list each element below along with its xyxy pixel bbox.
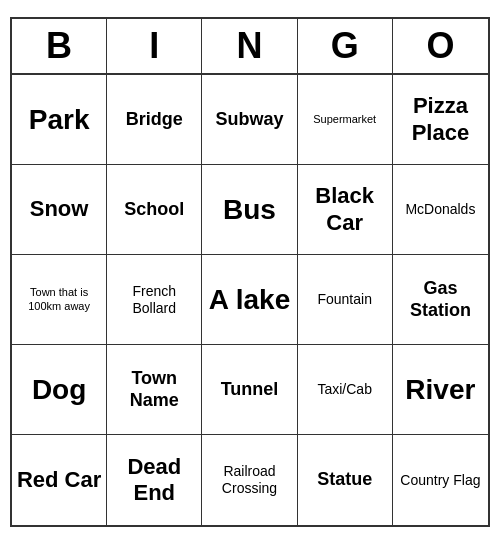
bingo-cell: French Bollard: [107, 255, 202, 345]
bingo-cell: Park: [12, 75, 107, 165]
bingo-cell: Town Name: [107, 345, 202, 435]
header-letter: I: [107, 19, 202, 73]
bingo-cell: Bus: [202, 165, 297, 255]
bingo-cell: McDonalds: [393, 165, 488, 255]
bingo-grid: ParkBridgeSubwaySupermarketPizza PlaceSn…: [12, 75, 488, 525]
bingo-cell: Country Flag: [393, 435, 488, 525]
cell-text: Bus: [223, 193, 276, 227]
header-letter: N: [202, 19, 297, 73]
bingo-cell: School: [107, 165, 202, 255]
cell-text: Gas Station: [397, 278, 484, 321]
cell-text: Railroad Crossing: [206, 463, 292, 497]
bingo-cell: A lake: [202, 255, 297, 345]
bingo-cell: River: [393, 345, 488, 435]
bingo-cell: Tunnel: [202, 345, 297, 435]
cell-text: Snow: [30, 196, 89, 222]
bingo-cell: Dead End: [107, 435, 202, 525]
header-letter: B: [12, 19, 107, 73]
bingo-cell: Gas Station: [393, 255, 488, 345]
cell-text: School: [124, 199, 184, 221]
bingo-cell: Fountain: [298, 255, 393, 345]
bingo-cell: Subway: [202, 75, 297, 165]
cell-text: Fountain: [317, 291, 371, 308]
bingo-cell: Snow: [12, 165, 107, 255]
cell-text: Country Flag: [400, 472, 480, 489]
cell-text: Supermarket: [313, 113, 376, 126]
cell-text: Tunnel: [221, 379, 279, 401]
cell-text: River: [405, 373, 475, 407]
bingo-card: BINGO ParkBridgeSubwaySupermarketPizza P…: [10, 17, 490, 527]
cell-text: Park: [29, 103, 90, 137]
header-letter: O: [393, 19, 488, 73]
cell-text: French Bollard: [111, 283, 197, 317]
bingo-cell: Red Car: [12, 435, 107, 525]
bingo-cell: Black Car: [298, 165, 393, 255]
bingo-cell: Dog: [12, 345, 107, 435]
cell-text: Black Car: [302, 183, 388, 236]
bingo-cell: Statue: [298, 435, 393, 525]
cell-text: Dead End: [111, 454, 197, 507]
header-letter: G: [298, 19, 393, 73]
bingo-header: BINGO: [12, 19, 488, 75]
cell-text: Bridge: [126, 109, 183, 131]
bingo-cell: Bridge: [107, 75, 202, 165]
cell-text: Town Name: [111, 368, 197, 411]
bingo-cell: Taxi/Cab: [298, 345, 393, 435]
bingo-cell: Supermarket: [298, 75, 393, 165]
cell-text: Pizza Place: [397, 93, 484, 146]
cell-text: Dog: [32, 373, 86, 407]
cell-text: Town that is 100km away: [16, 286, 102, 312]
bingo-cell: Railroad Crossing: [202, 435, 297, 525]
cell-text: A lake: [209, 283, 290, 317]
cell-text: Subway: [215, 109, 283, 131]
cell-text: Statue: [317, 469, 372, 491]
cell-text: Taxi/Cab: [317, 381, 371, 398]
cell-text: McDonalds: [405, 201, 475, 218]
bingo-cell: Town that is 100km away: [12, 255, 107, 345]
cell-text: Red Car: [17, 467, 101, 493]
bingo-cell: Pizza Place: [393, 75, 488, 165]
